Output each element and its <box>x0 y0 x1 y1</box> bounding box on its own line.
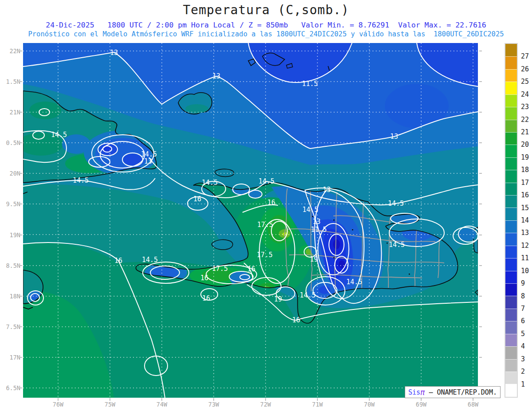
tick-mark <box>20 388 22 388</box>
colorbar-label: 2 <box>521 368 525 376</box>
contour-label: 17.5 <box>257 252 273 258</box>
contour-label: 16 <box>292 317 300 324</box>
tick-mark <box>20 204 22 204</box>
colorbar-cell <box>505 220 517 233</box>
weather-map-page: Temperatura (C,somb.) 24-Dic-2025 1800 U… <box>0 0 532 411</box>
contour-label: 19 <box>274 296 282 303</box>
colorbar-cell <box>505 132 517 145</box>
tick-mark <box>20 326 22 327</box>
colorbar <box>505 43 518 398</box>
colorbar-cell <box>505 309 517 321</box>
x-axis-label: 76W <box>47 401 69 408</box>
contour-label: 13 <box>144 158 152 165</box>
tick-mark <box>473 398 473 401</box>
contour-label: 11.5 <box>311 227 327 233</box>
colorbar-cell <box>505 233 517 245</box>
y-axis-label: 6.5N <box>0 384 20 391</box>
colorbar-label: 27 <box>521 52 529 60</box>
contour-label: 14.5 <box>73 177 89 184</box>
colorbar-label: 7 <box>521 305 525 313</box>
colorbar-label: 26 <box>521 65 529 73</box>
tick-mark <box>265 398 266 401</box>
tick-mark <box>479 326 482 327</box>
contour-label: 14.5 <box>202 180 218 186</box>
colorbar-cell <box>505 296 517 308</box>
y-axis-label: 8.5N <box>0 262 20 269</box>
tick-mark <box>161 398 162 401</box>
tick-mark <box>479 265 482 266</box>
y-axis-label: 1.5N <box>0 78 20 85</box>
tick-mark <box>479 51 482 51</box>
tick-mark <box>369 398 370 401</box>
tick-mark <box>20 51 22 51</box>
colorbar-label: 3 <box>521 355 525 363</box>
contour-label: 14.5 <box>388 200 404 207</box>
colorbar-label: 5 <box>521 330 525 338</box>
colorbar-cell <box>505 195 517 207</box>
x-axis-label: 74W <box>151 401 172 408</box>
contour-label: 13 <box>323 187 331 193</box>
y-axis-label: 19N <box>0 231 20 239</box>
contour-label: 14.5 <box>142 257 158 263</box>
y-axis-label: 0.5N <box>0 139 20 146</box>
colorbar-cell <box>505 271 517 283</box>
colorbar-label: 17 <box>521 179 529 187</box>
tick-mark <box>479 173 482 174</box>
x-axis-label: 70W <box>359 401 380 408</box>
colorbar-cell <box>505 246 517 258</box>
colorbar-label: 12 <box>521 242 529 250</box>
contour-label: 17.5 <box>212 266 228 272</box>
contour-label: 19 <box>310 256 318 263</box>
colorbar-label: 1 <box>521 380 525 388</box>
contour-label: 13 <box>110 50 118 56</box>
branding-pi-icon: π <box>420 388 425 397</box>
tick-mark <box>20 81 22 82</box>
tick-mark <box>58 398 59 401</box>
colorbar-cell <box>505 372 517 384</box>
tick-mark <box>20 112 22 113</box>
tick-mark <box>20 235 22 235</box>
colorbar-label: 14 <box>521 216 529 224</box>
tick-mark <box>213 398 214 401</box>
colorbar-label: 19 <box>521 153 529 161</box>
map-plot-area <box>23 43 478 398</box>
y-axis-label: 17N <box>0 354 20 361</box>
colorbar-label: 20 <box>521 141 529 149</box>
contour-label: 16 <box>193 196 201 203</box>
colorbar-label: 18 <box>521 166 529 174</box>
colorbar-label: 8 <box>521 292 525 300</box>
colorbar-cell <box>505 283 517 296</box>
contour-label: 16 <box>200 275 208 282</box>
x-axis-label: 75W <box>99 401 121 408</box>
colorbar-label: 13 <box>521 229 529 237</box>
colorbar-cell <box>505 120 517 132</box>
colorbar-cell <box>505 107 517 119</box>
contour-label: 11.5 <box>302 81 318 87</box>
tick-mark <box>479 296 482 297</box>
colorbar-cell <box>505 384 517 396</box>
contour-label: 16 <box>202 295 210 302</box>
colorbar-cell <box>505 82 517 94</box>
contour-label: 13 <box>313 219 321 225</box>
colorbar-cell <box>505 170 517 182</box>
colorbar-label: 25 <box>521 78 529 86</box>
y-axis-label: 21N <box>0 109 20 116</box>
colorbar-cell <box>505 258 517 270</box>
x-axis-label: 69W <box>411 401 432 408</box>
y-axis-label: 9.5N <box>0 200 20 207</box>
page-title: Temperatura (C,somb.) <box>0 3 532 17</box>
contour-label: 14.5 <box>300 292 316 299</box>
tick-mark <box>479 81 482 82</box>
colorbar-label: 16 <box>521 191 529 199</box>
colorbar-cell <box>505 321 517 333</box>
colorbar-cell <box>505 145 517 157</box>
tick-mark <box>317 398 318 401</box>
colorbar-label: 10 <box>521 267 529 275</box>
tick-mark <box>110 398 110 401</box>
colorbar-cell <box>505 69 517 82</box>
colorbar-cell <box>505 56 517 69</box>
colorbar-cell <box>505 207 517 220</box>
y-axis-label: 18N <box>0 293 20 300</box>
tick-mark <box>479 235 482 235</box>
contour-label: 14.5 <box>258 178 274 185</box>
